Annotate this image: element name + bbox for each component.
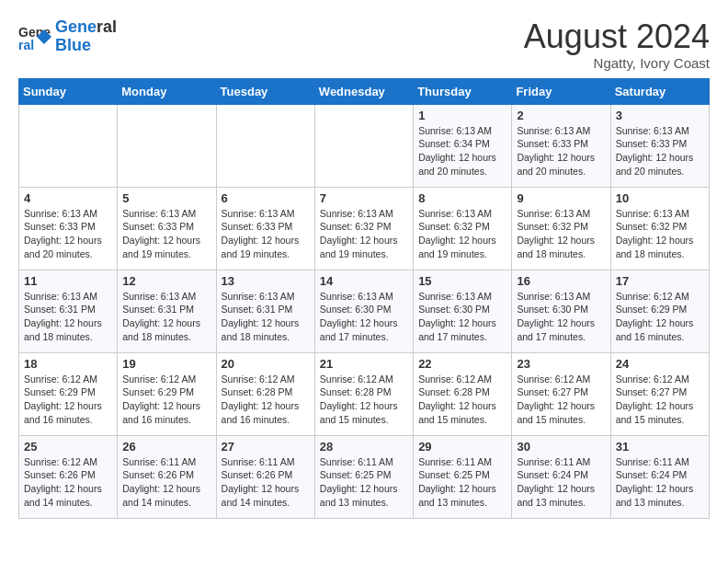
day-number: 14 [320, 274, 408, 288]
calendar-cell: 11Sunrise: 6:13 AM Sunset: 6:31 PM Dayli… [19, 270, 118, 352]
day-detail: Sunrise: 6:11 AM Sunset: 6:26 PM Dayligh… [222, 455, 310, 510]
day-number: 16 [517, 274, 605, 288]
day-detail: Sunrise: 6:13 AM Sunset: 6:32 PM Dayligh… [517, 207, 605, 261]
calendar-cell: 8Sunrise: 6:13 AM Sunset: 6:32 PM Daylig… [414, 187, 512, 270]
day-detail: Sunrise: 6:13 AM Sunset: 6:30 PM Dayligh… [320, 290, 408, 344]
calendar-cell [314, 104, 413, 187]
day-detail: Sunrise: 6:13 AM Sunset: 6:30 PM Dayligh… [418, 290, 506, 344]
day-detail: Sunrise: 6:13 AM Sunset: 6:33 PM Dayligh… [122, 207, 210, 261]
day-number: 2 [517, 109, 605, 122]
day-detail: Sunrise: 6:12 AM Sunset: 6:27 PM Dayligh… [517, 373, 605, 427]
day-number: 17 [616, 274, 704, 288]
day-detail: Sunrise: 6:13 AM Sunset: 6:30 PM Dayligh… [517, 290, 605, 344]
day-detail: Sunrise: 6:11 AM Sunset: 6:24 PM Dayligh… [616, 455, 704, 510]
day-number: 8 [418, 191, 506, 205]
calendar-cell: 31Sunrise: 6:11 AM Sunset: 6:24 PM Dayli… [610, 435, 709, 518]
day-detail: Sunrise: 6:13 AM Sunset: 6:31 PM Dayligh… [122, 290, 210, 344]
calendar-cell: 25Sunrise: 6:12 AM Sunset: 6:26 PM Dayli… [19, 435, 118, 518]
calendar-cell: 14Sunrise: 6:13 AM Sunset: 6:30 PM Dayli… [314, 270, 413, 352]
day-number: 13 [222, 274, 310, 288]
day-detail: Sunrise: 6:13 AM Sunset: 6:32 PM Dayligh… [320, 207, 408, 261]
calendar-cell: 7Sunrise: 6:13 AM Sunset: 6:32 PM Daylig… [314, 187, 413, 270]
day-detail: Sunrise: 6:13 AM Sunset: 6:33 PM Dayligh… [616, 124, 704, 178]
calendar-cell: 16Sunrise: 6:13 AM Sunset: 6:30 PM Dayli… [512, 270, 610, 352]
day-header-monday: Monday [118, 78, 216, 104]
day-detail: Sunrise: 6:12 AM Sunset: 6:28 PM Dayligh… [418, 373, 506, 427]
day-number: 24 [616, 357, 704, 371]
calendar-cell: 5Sunrise: 6:13 AM Sunset: 6:33 PM Daylig… [118, 187, 216, 270]
day-number: 28 [320, 440, 408, 454]
day-header-saturday: Saturday [610, 78, 709, 104]
calendar-cell: 9Sunrise: 6:13 AM Sunset: 6:32 PM Daylig… [512, 187, 610, 270]
day-detail: Sunrise: 6:13 AM Sunset: 6:33 PM Dayligh… [24, 207, 112, 261]
day-detail: Sunrise: 6:13 AM Sunset: 6:34 PM Dayligh… [418, 124, 506, 178]
day-detail: Sunrise: 6:12 AM Sunset: 6:29 PM Dayligh… [122, 373, 210, 427]
week-row-4: 25Sunrise: 6:12 AM Sunset: 6:26 PM Dayli… [19, 435, 710, 518]
day-number: 3 [616, 109, 704, 122]
week-row-2: 11Sunrise: 6:13 AM Sunset: 6:31 PM Dayli… [19, 270, 710, 352]
day-detail: Sunrise: 6:11 AM Sunset: 6:25 PM Dayligh… [320, 455, 408, 510]
day-number: 19 [122, 357, 210, 371]
calendar-cell: 1Sunrise: 6:13 AM Sunset: 6:34 PM Daylig… [414, 104, 512, 187]
logo: Gene ral GeneralBlue [18, 18, 117, 55]
calendar-cell: 29Sunrise: 6:11 AM Sunset: 6:25 PM Dayli… [414, 435, 512, 518]
calendar-cell: 10Sunrise: 6:13 AM Sunset: 6:32 PM Dayli… [610, 187, 709, 270]
day-number: 15 [418, 274, 506, 288]
calendar-cell [19, 104, 118, 187]
day-detail: Sunrise: 6:13 AM Sunset: 6:31 PM Dayligh… [24, 290, 112, 344]
week-row-0: 1Sunrise: 6:13 AM Sunset: 6:34 PM Daylig… [19, 104, 710, 187]
header-row: SundayMondayTuesdayWednesdayThursdayFrid… [19, 78, 710, 104]
calendar-cell: 26Sunrise: 6:11 AM Sunset: 6:26 PM Dayli… [118, 435, 216, 518]
day-header-friday: Friday [512, 78, 610, 104]
page-header: Gene ral GeneralBlue August 2024 Ngatty,… [18, 18, 710, 71]
calendar-cell: 17Sunrise: 6:12 AM Sunset: 6:29 PM Dayli… [610, 270, 709, 352]
day-number: 4 [24, 191, 112, 205]
calendar-cell [118, 104, 216, 187]
day-header-wednesday: Wednesday [314, 78, 413, 104]
calendar-cell: 20Sunrise: 6:12 AM Sunset: 6:28 PM Dayli… [216, 352, 314, 435]
day-number: 6 [222, 191, 310, 205]
day-number: 25 [24, 440, 112, 454]
calendar-cell: 6Sunrise: 6:13 AM Sunset: 6:33 PM Daylig… [216, 187, 314, 270]
calendar-table: SundayMondayTuesdayWednesdayThursdayFrid… [18, 78, 710, 519]
calendar-cell: 24Sunrise: 6:12 AM Sunset: 6:27 PM Dayli… [610, 352, 709, 435]
day-number: 26 [122, 440, 210, 454]
day-number: 10 [616, 191, 704, 205]
day-number: 20 [222, 357, 310, 371]
day-number: 5 [122, 191, 210, 205]
month-title: August 2024 [524, 18, 710, 55]
day-number: 11 [24, 274, 112, 288]
day-number: 1 [418, 109, 506, 122]
day-detail: Sunrise: 6:13 AM Sunset: 6:31 PM Dayligh… [222, 290, 310, 344]
day-detail: Sunrise: 6:12 AM Sunset: 6:29 PM Dayligh… [24, 373, 112, 427]
day-detail: Sunrise: 6:12 AM Sunset: 6:27 PM Dayligh… [616, 373, 704, 427]
day-detail: Sunrise: 6:12 AM Sunset: 6:26 PM Dayligh… [24, 455, 112, 510]
day-number: 29 [418, 440, 506, 454]
calendar-cell: 27Sunrise: 6:11 AM Sunset: 6:26 PM Dayli… [216, 435, 314, 518]
calendar-cell: 19Sunrise: 6:12 AM Sunset: 6:29 PM Dayli… [118, 352, 216, 435]
day-header-tuesday: Tuesday [216, 78, 314, 104]
calendar-cell: 15Sunrise: 6:13 AM Sunset: 6:30 PM Dayli… [414, 270, 512, 352]
calendar-cell: 3Sunrise: 6:13 AM Sunset: 6:33 PM Daylig… [610, 104, 709, 187]
day-number: 23 [517, 357, 605, 371]
week-row-1: 4Sunrise: 6:13 AM Sunset: 6:33 PM Daylig… [19, 187, 710, 270]
day-detail: Sunrise: 6:13 AM Sunset: 6:33 PM Dayligh… [517, 124, 605, 178]
day-detail: Sunrise: 6:13 AM Sunset: 6:33 PM Dayligh… [222, 207, 310, 261]
calendar-cell: 18Sunrise: 6:12 AM Sunset: 6:29 PM Dayli… [19, 352, 118, 435]
day-number: 21 [320, 357, 408, 371]
day-number: 7 [320, 191, 408, 205]
day-detail: Sunrise: 6:12 AM Sunset: 6:28 PM Dayligh… [320, 373, 408, 427]
calendar-cell: 2Sunrise: 6:13 AM Sunset: 6:33 PM Daylig… [512, 104, 610, 187]
calendar-cell: 4Sunrise: 6:13 AM Sunset: 6:33 PM Daylig… [19, 187, 118, 270]
day-number: 12 [122, 274, 210, 288]
calendar-cell [216, 104, 314, 187]
location-subtitle: Ngatty, Ivory Coast [524, 55, 710, 71]
day-number: 9 [517, 191, 605, 205]
svg-text:ral: ral [18, 38, 34, 52]
calendar-cell: 23Sunrise: 6:12 AM Sunset: 6:27 PM Dayli… [512, 352, 610, 435]
day-header-thursday: Thursday [414, 78, 512, 104]
logo-icon: Gene ral [18, 20, 51, 53]
day-number: 22 [418, 357, 506, 371]
day-number: 31 [616, 440, 704, 454]
calendar-cell: 28Sunrise: 6:11 AM Sunset: 6:25 PM Dayli… [314, 435, 413, 518]
